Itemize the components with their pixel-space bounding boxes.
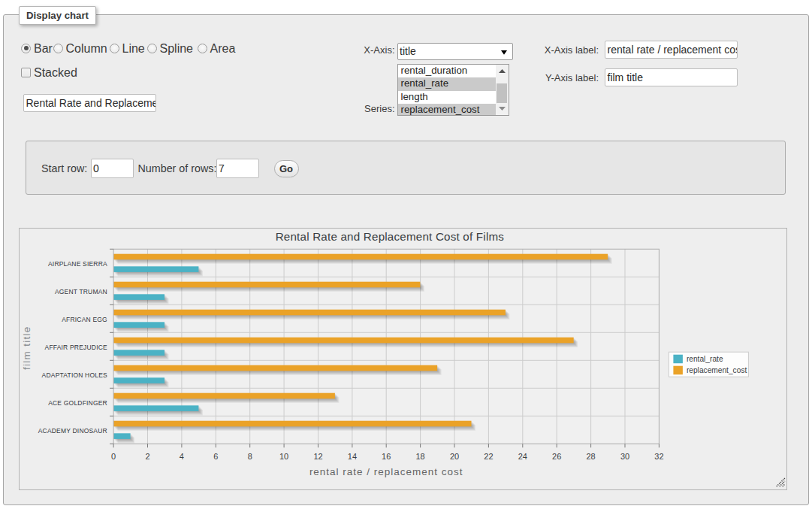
- svg-text:10: 10: [279, 452, 288, 461]
- svg-text:replacement_cost: replacement_cost: [686, 366, 747, 374]
- svg-text:AIRPLANE SIERRA: AIRPLANE SIERRA: [48, 260, 107, 268]
- svg-text:24: 24: [518, 452, 527, 461]
- svg-text:AFRICAN EGG: AFRICAN EGG: [62, 316, 107, 323]
- svg-text:22: 22: [484, 452, 493, 461]
- svg-text:16: 16: [382, 452, 391, 461]
- svg-text:Rental Rate and Replacement Co: Rental Rate and Replacement Cost of Film…: [275, 230, 504, 243]
- svg-text:rental_rate: rental_rate: [686, 355, 723, 363]
- svg-text:film title: film title: [20, 326, 32, 370]
- svg-text:ADAPTATION HOLES: ADAPTATION HOLES: [41, 371, 107, 379]
- svg-text:2: 2: [145, 452, 149, 461]
- svg-text:ACE GOLDFINGER: ACE GOLDFINGER: [48, 399, 107, 407]
- svg-text:28: 28: [586, 452, 595, 461]
- svg-text:18: 18: [415, 452, 424, 461]
- svg-text:12: 12: [313, 452, 322, 461]
- svg-text:26: 26: [552, 452, 561, 461]
- svg-text:32: 32: [654, 452, 663, 461]
- svg-text:AGENT TRUMAN: AGENT TRUMAN: [55, 288, 107, 295]
- svg-text:ACADEMY DINOSAUR: ACADEMY DINOSAUR: [38, 427, 107, 435]
- svg-text:30: 30: [620, 452, 629, 461]
- svg-text:4: 4: [179, 452, 183, 461]
- svg-text:6: 6: [213, 452, 218, 461]
- svg-text:14: 14: [347, 452, 356, 461]
- svg-text:20: 20: [449, 452, 458, 461]
- svg-text:8: 8: [247, 452, 252, 461]
- svg-text:0: 0: [111, 452, 116, 461]
- svg-text:AFFAIR PREJUDICE: AFFAIR PREJUDICE: [44, 344, 107, 351]
- svg-text:rental rate / replacement cost: rental rate / replacement cost: [309, 466, 463, 477]
